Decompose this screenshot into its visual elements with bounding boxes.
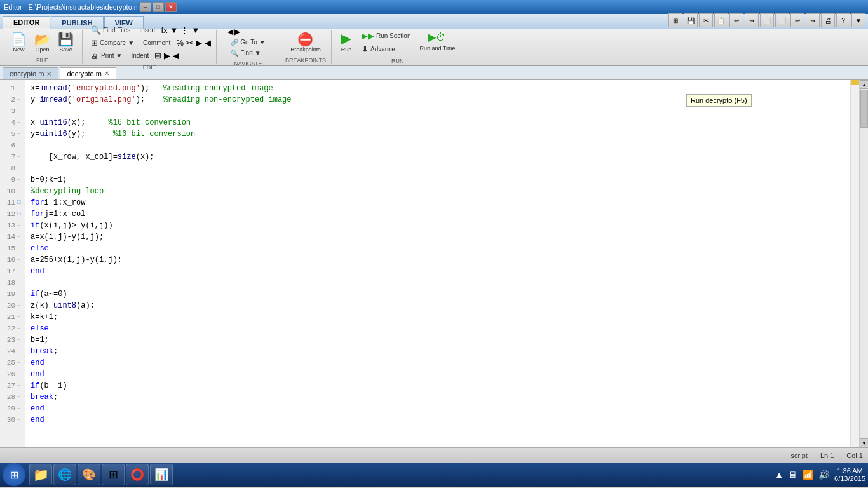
advance-button[interactable]: ⬇ Advance: [358, 43, 414, 55]
line-num-4: 4–: [3, 117, 22, 128]
scroll-thumb[interactable]: [860, 90, 868, 128]
line-num-7: 7–: [3, 151, 22, 163]
open-button[interactable]: 📂 Open: [31, 31, 53, 55]
file-btn-group: 📄 New 📂 Open 💾 Save: [8, 31, 77, 55]
icon-btn-5[interactable]: ↩: [729, 13, 743, 27]
tray-volume-icon[interactable]: 🔊: [818, 470, 829, 480]
new-button[interactable]: 📄 New: [8, 31, 30, 55]
code-line-8: [31, 163, 845, 174]
open-icon: 📂: [34, 33, 50, 46]
code-line-26: end: [31, 369, 845, 380]
code-line-9: b=0;k=1;: [31, 174, 845, 186]
icon-btn-1[interactable]: ⊞: [668, 13, 682, 27]
tray-up-icon[interactable]: ▲: [775, 470, 783, 480]
taskbar-app3[interactable]: 🎨: [78, 464, 100, 485]
line-num-8: 8: [3, 163, 22, 174]
toolbar-right-icons: ⊞ 💾 ✂ 📋 ↩ ↪ ⬜ ⬜ ↩ ↪ 🖨 ? ▼: [668, 13, 865, 29]
taskbar-app4[interactable]: ⊞: [102, 464, 125, 485]
compare-button[interactable]: ⊞ Compare ▼: [88, 37, 137, 49]
line-num-14: 14–: [3, 231, 22, 243]
tray-network-icon[interactable]: 📶: [803, 470, 813, 480]
indent-button[interactable]: Indent: [128, 51, 152, 60]
status-mode: script: [791, 452, 808, 459]
insert-button[interactable]: Insert: [136, 25, 158, 35]
icon-btn-6[interactable]: ↪: [745, 13, 759, 27]
find-files-button[interactable]: 🔍 Find Files: [88, 24, 133, 36]
taskbar-app5[interactable]: ⭕: [126, 464, 149, 485]
line-num-20: 20–: [3, 300, 22, 311]
tab-close-decrypto[interactable]: ✕: [104, 70, 109, 77]
fold-11[interactable]: □: [17, 200, 20, 206]
line-num-11: 11□: [3, 197, 22, 208]
status-col: Col 1: [846, 452, 863, 459]
breakpoints-button[interactable]: ⛔ Breakpoints: [287, 31, 324, 55]
file-tab-encrypto[interactable]: encrypto.m ✕: [3, 67, 58, 79]
toolbar-breakpoints-section: ⛔ Breakpoints BREAKPOINTS: [280, 30, 332, 64]
go-to-button[interactable]: 🔗 Go To ▼: [227, 37, 268, 47]
code-line-28: break;: [31, 391, 845, 403]
code-line-17: end: [31, 266, 845, 277]
icon-btn-10[interactable]: ↪: [806, 13, 820, 27]
close-button[interactable]: ✕: [165, 2, 177, 12]
icon-btn-13[interactable]: ▼: [851, 13, 865, 27]
clock[interactable]: 1:36 AM 6/13/2015: [834, 467, 865, 482]
find-files-icon: 🔍: [91, 25, 101, 35]
explorer-icon: 📁: [33, 467, 49, 482]
app4-icon: ⊞: [109, 468, 118, 482]
line-num-17: 17–: [3, 266, 22, 277]
run-and-time-button[interactable]: ▶⏱ Run and Time: [416, 30, 458, 53]
taskbar-matlab[interactable]: 📊: [150, 464, 173, 485]
toolbar-file-section: 📄 New 📂 Open 💾 Save FILE: [3, 30, 83, 64]
find-button[interactable]: 🔍 Find ▼: [227, 48, 268, 58]
line-num-23: 23–: [3, 334, 22, 346]
run-section-button[interactable]: ▶▶ Run Section: [358, 30, 414, 42]
toolbar-navigate-section: ◀ ▶ 🔗 Go To ▼ 🔍 Find ▼ NAVIGATE: [217, 30, 280, 64]
save-button[interactable]: 💾 Save: [55, 31, 77, 55]
tab-close-encrypto[interactable]: ✕: [46, 71, 51, 78]
scroll-down-button[interactable]: ▼: [860, 438, 868, 447]
windows-logo: ⊞: [10, 469, 18, 481]
code-line-21: k=k+1;: [31, 311, 845, 323]
scroll-up-button[interactable]: ▲: [860, 80, 868, 89]
line-num-10: 10: [3, 186, 22, 197]
icon-btn-11[interactable]: 🖨: [821, 13, 835, 27]
code-line-5: y=uint16(y); %16 bit conversion: [31, 128, 845, 140]
maximize-button[interactable]: □: [153, 2, 164, 12]
print-button[interactable]: 🖨 Print ▼: [88, 50, 125, 62]
line-num-16: 16–: [3, 254, 22, 266]
file-tab-decrypto[interactable]: decrypto.m ✕: [60, 67, 116, 79]
code-line-19: if(a~=0): [31, 288, 845, 300]
icon-btn-8[interactable]: ⬜: [775, 13, 789, 27]
icon-btn-4[interactable]: 📋: [714, 13, 728, 27]
fold-12[interactable]: □: [17, 211, 20, 217]
code-area[interactable]: x=imread('encrypted.png'); %reading encr…: [25, 80, 850, 447]
editor-area: 1– 2– 3 4– 5– 6 7– 8 9– 10 11□ 12□ 13– 1…: [0, 80, 868, 447]
vertical-scrollbar[interactable]: ▲ ▼: [859, 80, 868, 447]
line-num-6: 6: [3, 140, 22, 151]
start-button[interactable]: ⊞: [3, 463, 25, 486]
taskbar-explorer[interactable]: 📁: [29, 464, 52, 485]
toolbar-run-section: ▶ Run Run decrypto (F5) ▶▶ Run Section ⬇…: [332, 30, 464, 64]
code-line-18: [31, 277, 845, 288]
code-line-25: end: [31, 357, 845, 369]
file-tabs: encrypto.m ✕ decrypto.m ✕: [0, 66, 868, 80]
line-num-2: 2–: [3, 94, 22, 105]
tray-screen-icon[interactable]: 🖥: [789, 470, 797, 480]
code-line-11: for i=1:x_row: [31, 197, 845, 208]
run-button[interactable]: ▶ Run Run decrypto (F5): [337, 30, 356, 55]
icon-btn-3[interactable]: ✂: [699, 13, 713, 27]
icon-btn-7[interactable]: ⬜: [760, 13, 774, 27]
minimize-button[interactable]: ─: [140, 2, 151, 12]
line-num-18: 18: [3, 277, 22, 288]
tab-editor[interactable]: EDITOR: [3, 16, 50, 29]
line-num-1: 1–: [3, 83, 22, 94]
comment-button[interactable]: Comment: [140, 38, 173, 48]
scroll-track[interactable]: [860, 89, 868, 438]
icon-btn-9[interactable]: ↩: [790, 13, 804, 27]
icon-btn-2[interactable]: 💾: [684, 13, 698, 27]
taskbar-chrome[interactable]: 🌐: [53, 464, 76, 485]
icon-btn-12[interactable]: ?: [836, 13, 850, 27]
breakpoints-icon: ⛔: [297, 33, 313, 46]
compare-icon: ⊞: [91, 38, 98, 48]
titlebar: Editor - E:\Projects\instructables\decry…: [0, 0, 868, 14]
